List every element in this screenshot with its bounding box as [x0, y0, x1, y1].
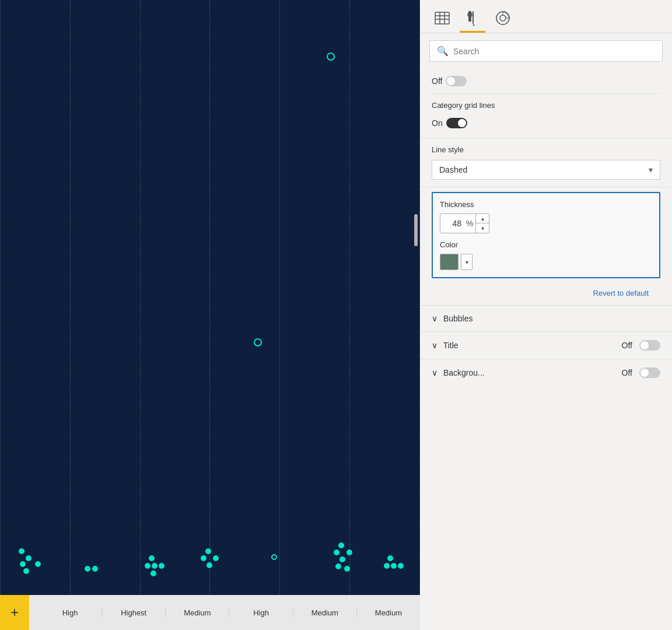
grid-col-6: [350, 0, 420, 595]
x-axis: High Highest Medium High Medium Medium: [0, 595, 420, 630]
thickness-spinners: ▴ ▾: [475, 214, 489, 233]
data-dot: [271, 554, 277, 560]
x-label-5: Medium: [293, 608, 357, 617]
chart-grid-lines: [0, 0, 420, 595]
x-label-6: Medium: [357, 608, 420, 617]
color-label: Color: [440, 240, 652, 249]
thickness-input-box: % ▴ ▾: [440, 214, 489, 233]
on-label: On: [432, 118, 443, 128]
thickness-increment[interactable]: ▴: [476, 214, 489, 223]
add-button[interactable]: +: [0, 595, 29, 630]
data-dot: [159, 563, 164, 569]
title-section[interactable]: ∨ Title Off: [420, 331, 672, 359]
scrollbar-thumb[interactable]: [414, 214, 418, 246]
category-grid-lines-section: Category grid lines On: [420, 94, 672, 138]
data-dot: [23, 568, 29, 574]
data-dot: [150, 570, 156, 576]
data-dot: [391, 563, 397, 569]
tab-analytics[interactable]: [490, 7, 516, 33]
x-label-3: Medium: [166, 608, 229, 617]
background-chevron-icon: ∨: [432, 368, 438, 377]
data-dot: [205, 548, 211, 554]
title-toggle-label: Off: [622, 341, 632, 350]
bubbles-chevron-icon: ∨: [432, 314, 438, 323]
color-picker-row: ▾: [440, 254, 652, 270]
data-dot: [201, 555, 206, 561]
off-label: Off: [432, 76, 442, 86]
line-style-value: Dashed: [439, 165, 467, 174]
data-dot: [206, 562, 212, 568]
grid-col-1: [0, 0, 71, 595]
x-label-1: High: [38, 608, 102, 617]
data-dot: [387, 555, 393, 561]
background-toggle[interactable]: Off: [622, 368, 660, 378]
category-grid-lines-label: Category grid lines: [432, 101, 660, 110]
off-toggle-thumb: [447, 77, 455, 85]
search-input[interactable]: [453, 47, 655, 56]
tab-bar: [420, 0, 672, 33]
revert-link[interactable]: Revert to default: [582, 284, 660, 302]
data-dot: [254, 338, 262, 346]
data-dot: [149, 555, 155, 561]
x-label-4: High: [229, 608, 293, 617]
data-dot: [334, 550, 340, 555]
svg-rect-6: [473, 11, 474, 24]
thickness-input[interactable]: [440, 215, 464, 232]
title-toggle[interactable]: Off: [622, 340, 660, 351]
thickness-input-row: % ▴ ▾: [440, 214, 652, 233]
title-chevron-icon: ∨: [432, 341, 438, 350]
svg-rect-0: [435, 12, 449, 24]
data-dot: [384, 563, 390, 569]
color-dropdown-button[interactable]: ▾: [461, 254, 473, 270]
data-dot: [152, 563, 158, 569]
title-toggle-thumb: [640, 341, 649, 349]
off-toggle-track[interactable]: [446, 76, 467, 86]
chevron-down-icon: ▾: [649, 165, 653, 174]
background-toggle-track[interactable]: [639, 368, 660, 378]
search-icon: 🔍: [437, 46, 449, 57]
panel-content: Off Category grid lines On Line: [420, 69, 672, 630]
data-dot: [85, 566, 90, 572]
tab-format[interactable]: [460, 7, 485, 33]
data-dot: [92, 566, 98, 572]
on-toggle-thumb: [458, 119, 466, 127]
line-style-dropdown[interactable]: Dashed ▾: [432, 160, 660, 180]
chart-area: High Highest Medium High Medium Medium +: [0, 0, 420, 630]
background-section[interactable]: ∨ Backgrou... Off: [420, 359, 672, 386]
on-toggle-row: On: [432, 116, 660, 131]
thickness-decrement[interactable]: ▾: [476, 223, 489, 233]
data-dot: [213, 555, 219, 561]
color-swatch[interactable]: [440, 254, 459, 270]
data-dot: [338, 542, 344, 548]
grid-col-3: [141, 0, 211, 595]
background-toggle-thumb: [640, 369, 649, 377]
grid-col-2: [71, 0, 141, 595]
data-dot: [335, 564, 341, 569]
data-dot: [398, 563, 404, 569]
background-toggle-label: Off: [622, 368, 632, 377]
search-container: 🔍: [429, 40, 663, 62]
line-style-section: Line style Dashed ▾: [420, 138, 672, 187]
svg-point-8: [500, 15, 506, 21]
grid-col-4: [210, 0, 280, 595]
format-panel: 🔍 Off Category grid lines On: [420, 0, 672, 630]
off-toggle-row: Off: [420, 69, 672, 93]
tab-table[interactable]: [429, 7, 455, 33]
data-dot: [145, 563, 150, 569]
data-dot: [20, 561, 26, 567]
data-dot: [344, 566, 350, 572]
revert-container: Revert to default: [420, 285, 672, 305]
data-dot: [26, 555, 32, 561]
data-dot: [19, 548, 24, 554]
x-label-2: Highest: [102, 608, 166, 617]
off-toggle[interactable]: Off: [432, 76, 467, 86]
line-style-label: Line style: [432, 145, 660, 154]
svg-rect-5: [468, 11, 471, 22]
bubbles-section[interactable]: ∨ Bubbles: [420, 305, 672, 331]
data-dot: [327, 52, 335, 61]
title-toggle-track[interactable]: [639, 340, 660, 351]
on-toggle-track[interactable]: [446, 118, 467, 128]
on-toggle[interactable]: On: [432, 118, 467, 128]
thickness-pct: %: [464, 219, 475, 228]
background-section-label: ∨ Backgrou...: [432, 368, 485, 377]
